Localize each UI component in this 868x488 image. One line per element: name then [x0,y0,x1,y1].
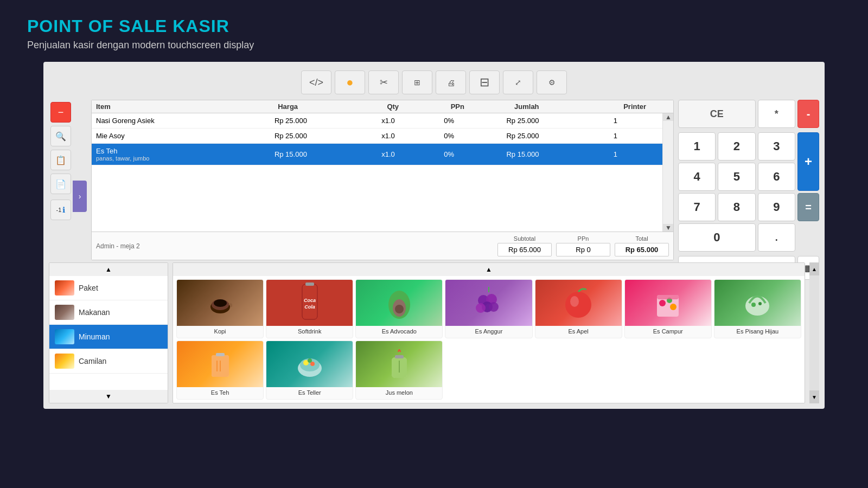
svg-rect-30 [216,353,225,356]
order-table-header: Item Harga Qty PPn Jumlah Printer [92,100,673,113]
svg-rect-8 [305,282,314,286]
product-img-es-teller [266,341,353,387]
product-img-kopi [177,280,263,326]
ce-button[interactable]: CE [678,100,756,128]
product-es-pisang-hijau[interactable]: Es Pisang Hijau [714,279,801,338]
product-es-advocado[interactable]: Es Advocado [355,279,443,338]
ppn-value: Rp 0 [556,243,610,256]
category-item-makanan[interactable]: Makanan [49,300,168,325]
category-scroll-up[interactable]: ▲ [49,263,168,276]
remove-item-btn[interactable]: − [50,102,71,123]
product-name-campur: Es Campur [652,326,684,337]
category-label-camilan: Camilan [79,357,106,365]
btn-7[interactable]: 7 [678,193,716,221]
toolbar-scissors-btn[interactable]: ✂ [368,70,399,94]
svg-rect-3 [215,310,226,312]
category-scroll-down[interactable]: ▼ [49,390,168,403]
product-scroll-right-down[interactable]: ▼ [809,390,819,403]
btn-6[interactable]: 6 [758,163,795,191]
product-grid: Kopi Coca Cola Softdrink [173,276,805,403]
item-qty: x1.0 [381,150,444,158]
product-jus-melon[interactable]: Jus melon [355,341,443,400]
product-name-advocado: Es Advocado [381,326,418,337]
toolbar-circle-btn[interactable]: ● [335,70,365,94]
item-harga: Rp 25.000 [275,132,381,140]
item-harga: Rp 15.000 [275,150,381,158]
svg-point-21 [659,300,666,306]
subtotal-value: Rp 65.000 [497,243,552,256]
table-scroll-down[interactable]: ▼ [663,224,673,232]
svg-point-27 [758,302,762,305]
table-row[interactable]: Mie Asoy Rp 25.000 x1.0 0% Rp 25.000 1 [92,129,662,144]
product-scroll-right-up[interactable]: ▲ [809,262,819,275]
btn-1[interactable]: 1 [678,132,716,160]
total-value: Rp 65.000 [615,243,669,256]
category-item-minuman[interactable]: Minuman [49,325,168,349]
col-ppn: PPn [451,102,514,111]
btn-0[interactable]: 0 [678,223,756,252]
product-es-apel[interactable]: Es Apel [535,279,622,338]
category-thumb-minuman [55,329,74,344]
plus-button[interactable]: + [797,132,819,191]
equals-button[interactable]: = [797,193,819,221]
btn-9[interactable]: 9 [758,193,795,221]
product-es-teller[interactable]: Es Teller [266,341,353,400]
category-list: ▲ Paket Makanan Minuman Camilan [49,262,168,403]
table-row[interactable]: Nasi Goreng Asiek Rp 25.000 x1.0 0% Rp 2… [92,113,662,129]
toolbar: </> ● ✂ ⊞ 🖨 ⊟ ⤢ ⚙ [49,67,819,100]
category-thumb-camilan [55,354,74,369]
toolbar-layout-btn[interactable]: ⊟ [469,70,500,94]
btn-8[interactable]: 8 [718,193,755,221]
svg-point-11 [395,305,404,313]
btn-2[interactable]: 2 [718,132,755,160]
product-grid-area: ▲ Kopi Coca Cola [173,262,805,403]
item-name: Nasi Goreng Asiek [96,117,275,125]
product-name-jus-melon: Jus melon [385,387,414,398]
item-ppn: 0% [444,117,506,125]
toolbar-print-btn[interactable]: 🖨 [436,70,466,94]
badge-btn[interactable]: -1 ℹ [50,200,71,220]
item-name: Es Teh [96,147,275,155]
total-label: Total [635,235,648,242]
item-qty: x1.0 [381,132,444,140]
item-jumlah: Rp 15.000 [506,150,613,158]
product-name-softdrink: Softdrink [297,326,322,337]
svg-point-16 [489,302,499,312]
nav-arrow-btn[interactable]: › [73,181,87,212]
product-img-apel [535,280,622,326]
product-es-anggur[interactable]: Es Anggur [445,279,532,338]
btn-3[interactable]: 3 [758,132,795,160]
search-btn[interactable]: 🔍 [50,126,71,146]
dot-button[interactable]: . [758,223,795,252]
toolbar-code-btn[interactable]: </> [301,70,331,94]
product-name-apel: Es Apel [567,326,589,337]
table-row-selected[interactable]: Es Teh panas, tawar, jumbo Rp 15.000 x1.… [92,144,662,165]
col-jumlah: Jumlah [514,102,623,111]
svg-text:Coca: Coca [304,298,316,303]
product-name-es-teller: Es Teller [297,387,322,398]
app-title: POINT OF SALE KASIR [27,16,841,36]
product-softdrink[interactable]: Coca Cola Softdrink [266,279,353,338]
toolbar-fullscreen-btn[interactable]: ⤢ [503,70,533,94]
table-scroll-up[interactable]: ▲ [663,113,673,121]
svg-text:Cola: Cola [304,304,315,310]
product-name-es-teh: Es Teh [210,387,230,398]
paste-btn[interactable]: 📄 [50,174,71,194]
btn-4[interactable]: 4 [678,163,716,191]
copy-btn[interactable]: 📋 [50,150,71,170]
product-kopi[interactable]: Kopi [176,279,264,338]
product-name-pisang-hijau: Es Pisang Hijau [736,326,780,337]
category-item-paket[interactable]: Paket [49,276,168,300]
toolbar-table-btn[interactable]: ⊞ [402,70,432,94]
product-scroll-up[interactable]: ▲ [173,263,805,276]
product-img-softdrink: Coca Cola [266,280,353,326]
btn-5[interactable]: 5 [718,163,755,191]
star-button[interactable]: * [758,100,795,128]
product-name-anggur: Es Anggur [474,326,504,337]
category-item-camilan[interactable]: Camilan [49,349,168,374]
product-es-teh[interactable]: Es Teh [176,341,264,400]
product-es-campur[interactable]: Es Campur [624,279,712,338]
category-thumb-makanan [55,305,74,320]
toolbar-settings-btn[interactable]: ⚙ [537,70,567,94]
minus-button[interactable]: - [797,100,819,128]
